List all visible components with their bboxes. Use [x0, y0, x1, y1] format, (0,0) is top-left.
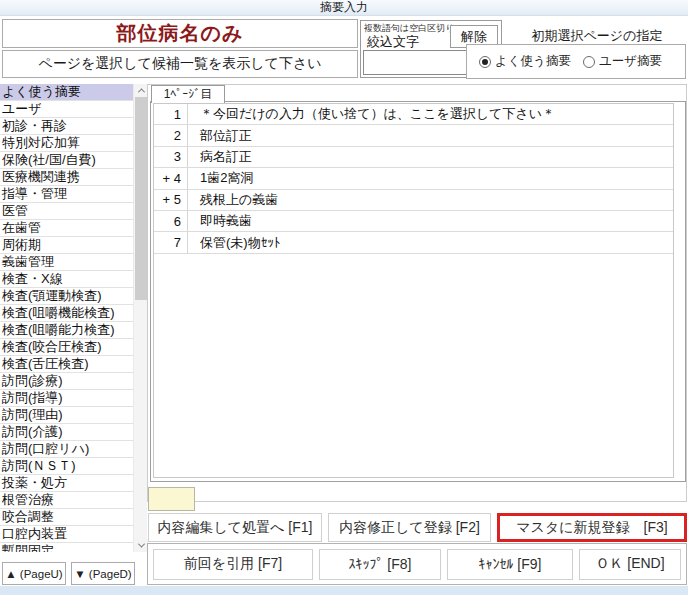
list-row[interactable]: 6即時義歯	[154, 211, 673, 232]
radio-dot	[482, 59, 488, 65]
sidebar-item[interactable]: 初診・再診	[0, 118, 133, 135]
row-number: 2	[154, 125, 188, 145]
sidebar-item[interactable]: 訪問(口腔リハ)	[0, 441, 133, 458]
row-number: 6	[154, 211, 188, 231]
row-text: ＊今回だけの入力（使い捨て）は、ここを選択して下さい＊	[188, 105, 555, 123]
page-up-button[interactable]: ▲ (PageU)	[2, 562, 66, 585]
list-row[interactable]: + 5残根上の義歯	[154, 190, 673, 211]
list-row[interactable]: 2部位訂正	[154, 125, 673, 146]
action-row-1: 内容編集して処置へ [F1]内容修正して登録 [F2]マスタに新規登録 [F3]	[148, 513, 687, 542]
row-text: 即時義歯	[188, 212, 252, 230]
sidebar-item[interactable]: よく使う摘要	[0, 84, 133, 101]
sidebar-item[interactable]: 咬合調整	[0, 509, 133, 526]
action-row-2: 前回を引用 [F7]ｽｷｯﾌﾟ [F8]ｷｬﾝｾﾙ [F9]ＯＫ [END]	[147, 543, 687, 585]
radio-option-frequent[interactable]: よく使う摘要	[479, 53, 571, 70]
list-row[interactable]: 7保管(未)物ｾｯﾄ	[154, 232, 673, 253]
sidebar-item[interactable]: 周術期	[0, 237, 133, 254]
sidebar-item[interactable]: 医管	[0, 203, 133, 220]
window-title: 摘要入力	[0, 0, 688, 16]
sidebar-item[interactable]: ユーザ	[0, 101, 133, 118]
sidebar-item[interactable]: 検査(咀嚼能力検査)	[0, 322, 133, 339]
sidebar-item[interactable]: 検査(舌圧検査)	[0, 356, 133, 373]
initial-page-group: よく使う摘要ユーザ摘要	[466, 44, 686, 79]
sidebar-scrollbar[interactable]	[133, 84, 147, 552]
sidebar-item[interactable]: 訪問(指導)	[0, 390, 133, 407]
candidate-list: 1＊今回だけの入力（使い捨て）は、ここを選択して下さい＊2部位訂正3病名訂正+ …	[153, 103, 674, 478]
action-button-f2[interactable]: 内容修正して登録 [F2]	[328, 513, 491, 542]
page-select-hint[interactable]: ページを選択して候補一覧を表示して下さい	[2, 50, 358, 78]
sidebar-item[interactable]: 医療機関連携	[0, 169, 133, 186]
tab-page-1[interactable]: 1ﾍﾟｰｼﾞ目	[151, 85, 225, 103]
sidebar-item[interactable]: 検査(咀嚼機能検査)	[0, 305, 133, 322]
ok-button-end[interactable]: ＯＫ [END]	[579, 549, 681, 580]
filter-label: 絞込文字	[367, 33, 419, 51]
radio-option-label: よく使う摘要	[495, 53, 571, 70]
row-text: 部位訂正	[188, 127, 252, 145]
category-title: 部位病名のみ	[2, 19, 358, 48]
sidebar-list: よく使う摘要ユーザ初診・再診特別対応加算保険(社/国/自費)医療機関連携指導・管…	[0, 84, 133, 552]
radio-option-label: ユーザ摘要	[599, 53, 662, 70]
sidebar-item[interactable]: 義歯管理	[0, 254, 133, 271]
row-number: 3	[154, 147, 188, 167]
sidebar-item[interactable]: 検査・X線	[0, 271, 133, 288]
sidebar-item[interactable]: 口腔内装置	[0, 526, 133, 543]
scrollbar-thumb[interactable]	[135, 97, 147, 300]
row-text: 病名訂正	[188, 148, 252, 166]
scroll-up-icon[interactable]	[134, 84, 148, 97]
sidebar-item[interactable]: 暫間固定	[0, 543, 133, 552]
sidebar-item[interactable]: 保険(社/国/自費)	[0, 152, 133, 169]
list-row[interactable]: 3病名訂正	[154, 147, 673, 168]
recall-previous-button-f7[interactable]: 前回を引用 [F7]	[153, 549, 313, 580]
sidebar-item[interactable]: 投薬・処方	[0, 475, 133, 492]
page-down-button[interactable]: ▼ (PageD)	[71, 562, 135, 585]
row-number: + 5	[154, 190, 188, 210]
scroll-down-icon[interactable]	[134, 539, 148, 552]
sidebar-item[interactable]: 特別対応加算	[0, 135, 133, 152]
row-number: 1	[154, 104, 188, 124]
action-button-f1[interactable]: 内容編集して処置へ [F1]	[148, 513, 322, 542]
sidebar-item[interactable]: 訪問(ＮＳＴ)	[0, 458, 133, 475]
footer-strip	[0, 586, 688, 595]
sidebar-item[interactable]: 訪問(診療)	[0, 373, 133, 390]
sidebar-item[interactable]: 検査(顎運動検査)	[0, 288, 133, 305]
sidebar-item[interactable]: 訪問(介護)	[0, 424, 133, 441]
sidebar-item[interactable]: 検査(咬合圧検査)	[0, 339, 133, 356]
action-button-f3[interactable]: マスタに新規登録 [F3]	[497, 513, 687, 542]
row-text: 保管(未)物ｾｯﾄ	[188, 234, 280, 252]
sidebar-item[interactable]: 訪問(理由)	[0, 407, 133, 424]
quick-input[interactable]	[148, 487, 195, 511]
cancel-button-f9[interactable]: ｷｬﾝｾﾙ [F9]	[447, 549, 573, 580]
radio-icon	[583, 56, 595, 68]
sidebar-item[interactable]: 在歯管	[0, 220, 133, 237]
skip-button-f8[interactable]: ｽｷｯﾌﾟ [F8]	[319, 549, 441, 580]
initial-page-title: 初期選択ページの指定	[507, 27, 687, 45]
row-number: + 4	[154, 168, 188, 188]
row-text: 残根上の義歯	[188, 191, 278, 209]
list-row[interactable]: + 41歯2窩洞	[154, 168, 673, 189]
row-number: 7	[154, 232, 188, 252]
radio-option-user[interactable]: ユーザ摘要	[583, 53, 662, 70]
radio-icon	[479, 56, 491, 68]
sidebar-item[interactable]: 指導・管理	[0, 186, 133, 203]
row-text: 1歯2窩洞	[188, 169, 253, 187]
list-row[interactable]: 1＊今回だけの入力（使い捨て）は、ここを選択して下さい＊	[154, 104, 673, 125]
sidebar-item[interactable]: 根管治療	[0, 492, 133, 509]
